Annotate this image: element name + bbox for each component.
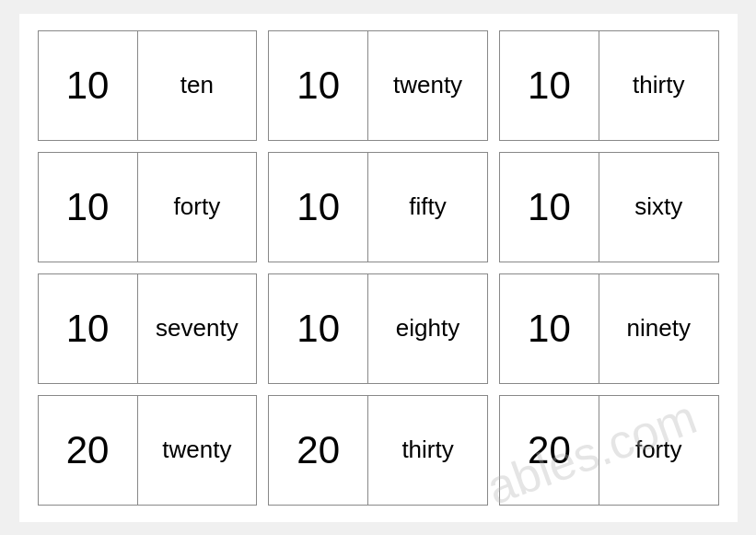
card-number: 10 [500,274,599,383]
card: 10eighty [268,273,488,384]
card: 10thirty [499,30,719,141]
card-number: 10 [269,31,368,140]
card-number: 10 [269,153,368,262]
card: 10twenty [268,30,488,141]
card-number: 10 [500,153,599,262]
card: 10fifty [268,152,488,262]
card: 10forty [38,152,258,262]
card-grid: 10ten10twenty10thirty10forty10fifty10six… [19,14,738,522]
card: 10seventy [38,273,258,384]
card-number: 10 [39,153,138,262]
card-word: twenty [138,396,257,505]
card-word: thirty [599,31,718,140]
card-word: ten [138,31,257,140]
card-number: 10 [269,274,368,383]
card-word: forty [138,153,257,262]
card-word: fifty [368,153,487,262]
card-number: 20 [269,396,368,505]
card-number: 20 [39,396,138,505]
card: 20forty [499,395,719,506]
card-number: 10 [39,274,138,383]
card-number: 10 [500,31,599,140]
card: 20thirty [268,395,488,506]
card-word: eighty [368,274,487,383]
card-word: sixty [599,153,718,262]
card: 10sixty [499,152,719,262]
card-word: seventy [138,274,257,383]
card: 20twenty [38,395,258,506]
card-number: 20 [500,396,599,505]
card-word: forty [599,396,718,505]
card-word: twenty [368,31,487,140]
card-number: 10 [39,31,138,140]
card-word: thirty [368,396,487,505]
card: 10ninety [499,273,719,384]
card: 10ten [38,30,258,141]
card-word: ninety [599,274,718,383]
